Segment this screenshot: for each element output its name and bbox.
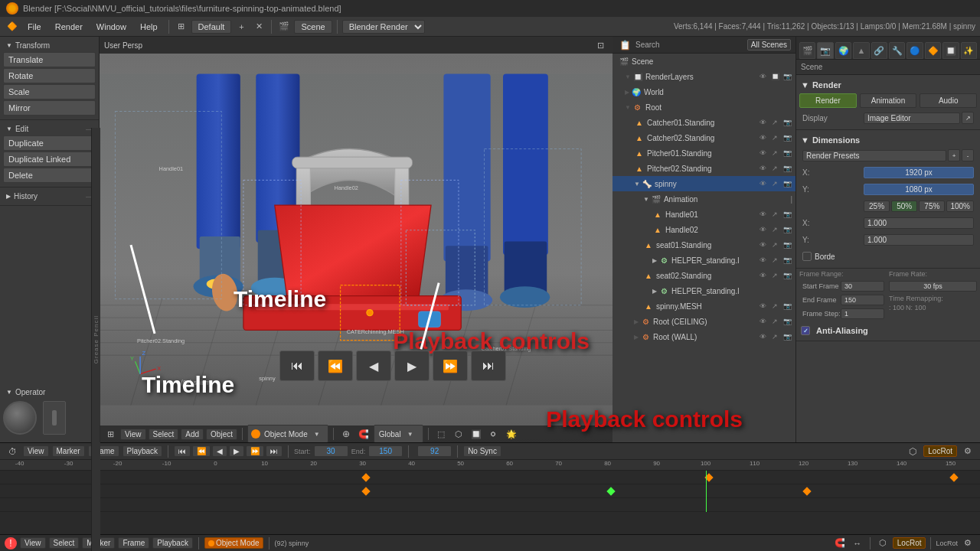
- layout-remove-icon[interactable]: ✕: [251, 19, 266, 34]
- obj4-ren-icon[interactable]: 📷: [782, 163, 792, 174]
- obj4-vis-icon[interactable]: 👁: [757, 163, 768, 174]
- h02-sel-icon[interactable]: ↗: [769, 224, 780, 235]
- tl-end-value[interactable]: 150: [368, 445, 403, 457]
- spinny-sel-icon[interactable]: ↗: [769, 178, 780, 189]
- outliner-spinny-mesh[interactable]: ▲ spinny.MESH 👁 ↗ 📷: [612, 298, 795, 314]
- mode-dropdown-icon[interactable]: ▼: [309, 426, 325, 442]
- duplicate-linked-btn[interactable]: Duplicate Linked: [3, 152, 96, 167]
- orientation-dropdown-icon[interactable]: ▼: [403, 426, 418, 442]
- h02-vis-icon[interactable]: 👁: [757, 224, 768, 235]
- viewport-shading-icon[interactable]: ⬚: [433, 426, 449, 442]
- rl-scene-icon[interactable]: 📷: [782, 71, 792, 82]
- wall-vis-icon[interactable]: 👁: [757, 331, 768, 342]
- default-layout-btn[interactable]: Default: [191, 20, 232, 34]
- edit-title[interactable]: ▼ Edit —: [3, 123, 96, 135]
- sm-vis-icon[interactable]: 👁: [757, 301, 768, 311]
- menu-help[interactable]: Help: [134, 20, 164, 34]
- loc-rot-btn[interactable]: LocRot: [923, 445, 957, 457]
- obj1-ren-icon[interactable]: 📷: [782, 117, 792, 128]
- keyframe-3[interactable]: [949, 473, 958, 481]
- bb-snap-icon[interactable]: 🧲: [832, 536, 848, 551]
- bb-playback-btn[interactable]: Playback: [152, 537, 193, 549]
- help1-sel-icon[interactable]: ↗: [769, 255, 780, 266]
- aa-checkbox[interactable]: ✓: [801, 326, 810, 335]
- play-btn[interactable]: ▶: [394, 350, 430, 381]
- bb-view-btn[interactable]: View: [20, 537, 46, 549]
- prop-tab-particles[interactable]: ✨: [961, 42, 977, 59]
- jump-to-end-btn[interactable]: ⏭: [471, 350, 506, 381]
- s01-sel-icon[interactable]: ↗: [769, 240, 780, 250]
- scene-btn[interactable]: Scene: [294, 20, 332, 34]
- rl-camera-icon[interactable]: 👁: [757, 71, 768, 82]
- select-menu-btn[interactable]: Select: [149, 429, 179, 440]
- h02-ren-icon[interactable]: 📷: [782, 224, 792, 235]
- prop-tab-material[interactable]: 🔶: [925, 42, 941, 59]
- outliner-type-icon[interactable]: 📋: [617, 37, 632, 53]
- obj1-sel-icon[interactable]: ↗: [769, 117, 780, 128]
- obj2-sel-icon[interactable]: ↗: [769, 132, 780, 143]
- render-engine-select[interactable]: Blender Render: [342, 20, 425, 34]
- obj1-vis-icon[interactable]: 👁: [757, 117, 768, 128]
- res-x-value[interactable]: 1920 px: [864, 167, 974, 178]
- render-header[interactable]: ▼ Render: [799, 78, 977, 92]
- tl-keying-icon[interactable]: ⬡: [905, 444, 920, 459]
- tl-view-btn[interactable]: View: [23, 445, 49, 457]
- ceil-vis-icon[interactable]: 👁: [757, 316, 768, 327]
- pct-25[interactable]: 25%: [864, 201, 890, 212]
- outliner-scene[interactable]: 🎬 Scene: [612, 54, 795, 69]
- outliner-root-ceiling[interactable]: ▶ ⚙ Root (CEILING) 👁 ↗ 📷: [612, 314, 795, 329]
- rl-render-icon[interactable]: 🔲: [769, 71, 780, 82]
- borde-checkbox[interactable]: [802, 252, 812, 261]
- operator-knob[interactable]: [43, 401, 66, 435]
- outliner-seat01[interactable]: ▲ seat01.Standing 👁 ↗ 📷: [612, 237, 795, 253]
- menu-render[interactable]: Render: [49, 20, 89, 34]
- display-value[interactable]: Image Editor: [864, 112, 960, 124]
- blender-icon[interactable]: 🔶: [5, 19, 20, 34]
- sm-sel-icon[interactable]: ↗: [769, 301, 780, 311]
- tl-next-frame[interactable]: ⏩: [246, 445, 264, 457]
- jump-back-btn[interactable]: ⏪: [318, 350, 353, 381]
- outliner-spinny[interactable]: ▼ 🦴 spinny 👁 ↗ 📷: [612, 176, 795, 191]
- outliner-pitcher01[interactable]: ▲ Pitcher01.Standing 👁 ↗ 📷: [612, 145, 795, 161]
- render-presets-value[interactable]: Render Presets: [802, 150, 946, 161]
- spinny-ren-icon[interactable]: 📷: [782, 178, 792, 189]
- s01-vis-icon[interactable]: 👁: [757, 240, 768, 250]
- outliner-catcher01[interactable]: ▲ Catcher01.Standing 👁 ↗ 📷: [612, 115, 795, 130]
- track-1[interactable]: [0, 471, 980, 484]
- keyframe-6[interactable]: [802, 487, 811, 495]
- prop-tab-render[interactable]: 🎬: [799, 42, 815, 59]
- obj3-sel-icon[interactable]: ↗: [769, 148, 780, 158]
- frame-step-value[interactable]: 1: [841, 308, 884, 319]
- history-title[interactable]: ▶ History —: [3, 191, 96, 202]
- material-icon[interactable]: ⭘: [486, 426, 501, 442]
- outliner-pitcher02[interactable]: ▲ Pitcher02.Standing 👁 ↗ 📷: [612, 161, 795, 176]
- keyframe-4[interactable]: [361, 487, 370, 495]
- outliner-world[interactable]: ▶ 🌍 World: [612, 84, 795, 99]
- animation-btn[interactable]: Animation: [860, 93, 917, 108]
- tl-settings-icon[interactable]: ⚙: [960, 444, 975, 459]
- timeline-type-icon[interactable]: ⏱: [5, 444, 20, 459]
- obj2-ren-icon[interactable]: 📷: [782, 132, 792, 143]
- rotate-btn[interactable]: Rotate: [3, 68, 96, 83]
- bb-select-btn[interactable]: Select: [49, 537, 80, 549]
- outliner-seat02[interactable]: ▲ seat02.Standing 👁 ↗ 📷: [612, 268, 795, 283]
- outliner-animation[interactable]: ▼ 🎬 Animation |: [612, 191, 795, 207]
- outliner-root-wall[interactable]: ▶ ⚙ Root (WALL) 👁 ↗ 📷: [612, 329, 795, 344]
- scale-btn[interactable]: Scale: [3, 84, 96, 99]
- end-frame-value[interactable]: 150: [841, 295, 884, 305]
- tl-jump-start[interactable]: ⏮: [174, 445, 191, 457]
- outliner-renderlayers[interactable]: ▼ 🔲 RenderLayers 👁 🔲 📷: [612, 69, 795, 84]
- h01-sel-icon[interactable]: ↗: [769, 209, 780, 220]
- outliner-root[interactable]: ▼ ⚙ Root: [612, 99, 795, 115]
- delete-btn[interactable]: Delete: [3, 168, 96, 183]
- view-maximize-icon[interactable]: ⊡: [593, 37, 608, 53]
- tl-jump-end[interactable]: ⏭: [266, 445, 283, 457]
- tl-playback-btn[interactable]: Playback: [122, 445, 163, 457]
- aspect-y-value[interactable]: 1.000: [864, 234, 974, 246]
- presets-remove[interactable]: -: [962, 149, 974, 161]
- prop-tab-constraint[interactable]: 🔗: [871, 42, 887, 59]
- h01-vis-icon[interactable]: 👁: [757, 209, 768, 220]
- prop-tab-data[interactable]: 🔵: [906, 42, 923, 59]
- prop-tab-object[interactable]: ▲: [853, 42, 869, 59]
- play-reverse-btn[interactable]: ◀: [356, 350, 391, 381]
